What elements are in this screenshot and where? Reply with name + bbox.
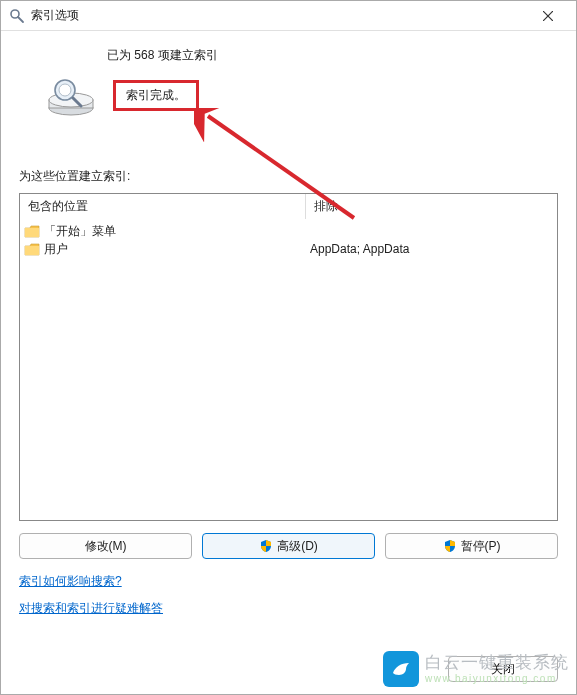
- list-item-label: 用户: [44, 241, 68, 258]
- shield-icon: [443, 539, 457, 553]
- column-excluded[interactable]: 排除: [306, 194, 557, 219]
- index-complete-label: 索引完成。: [113, 80, 199, 111]
- link-how-indexing-affects-search[interactable]: 索引如何影响搜索?: [19, 573, 558, 590]
- button-label: 暂停(P): [461, 538, 501, 555]
- list-header: 包含的位置 排除: [20, 194, 557, 220]
- shield-icon: [259, 539, 273, 553]
- list-item-excluded: AppData; AppData: [310, 240, 553, 258]
- modify-button[interactable]: 修改(M): [19, 533, 192, 559]
- dialog-content: 已为 568 项建立索引 索引完成。: [1, 31, 576, 694]
- button-label: 修改(M): [85, 538, 127, 555]
- list-item[interactable]: 「开始」菜单: [24, 222, 302, 240]
- folder-icon: [24, 243, 40, 256]
- included-column-body: 「开始」菜单 用户: [20, 220, 306, 520]
- svg-line-1: [18, 17, 23, 22]
- locations-label: 为这些位置建立索引:: [19, 168, 558, 185]
- svg-point-8: [59, 84, 71, 96]
- list-item-excluded: [310, 222, 553, 240]
- indexing-options-dialog: 索引选项 已为 568 项建立索引 索引完成。: [0, 0, 577, 695]
- list-item-label: 「开始」菜单: [44, 223, 116, 240]
- index-count-text: 已为 568 项建立索引: [19, 47, 558, 64]
- locations-list: 包含的位置 排除 「开始」菜单: [19, 193, 558, 521]
- excluded-column-body: AppData; AppData: [306, 220, 557, 520]
- pause-button[interactable]: 暂停(P): [385, 533, 558, 559]
- window-title: 索引选项: [31, 7, 528, 24]
- app-icon: [9, 8, 25, 24]
- list-item[interactable]: 用户: [24, 240, 302, 258]
- folder-icon: [24, 225, 40, 238]
- link-troubleshoot-search[interactable]: 对搜索和索引进行疑难解答: [19, 600, 558, 617]
- button-label: 关闭: [491, 661, 515, 678]
- drive-magnifier-icon: [45, 74, 97, 118]
- help-links: 索引如何影响搜索? 对搜索和索引进行疑难解答: [19, 573, 558, 617]
- status-row: 索引完成。: [19, 74, 558, 118]
- close-button[interactable]: 关闭: [448, 656, 558, 682]
- button-label: 高级(D): [277, 538, 318, 555]
- titlebar: 索引选项: [1, 1, 576, 31]
- column-included[interactable]: 包含的位置: [20, 194, 306, 219]
- advanced-button[interactable]: 高级(D): [202, 533, 375, 559]
- action-buttons: 修改(M) 高级(D) 暂停(P): [19, 533, 558, 559]
- footer-row: 关闭: [19, 642, 558, 682]
- close-icon[interactable]: [528, 3, 568, 29]
